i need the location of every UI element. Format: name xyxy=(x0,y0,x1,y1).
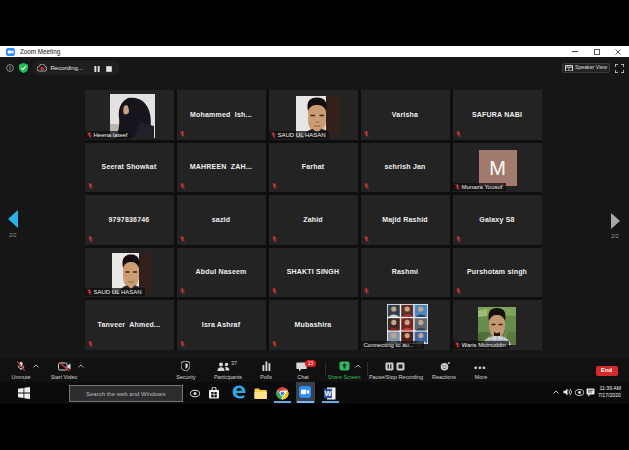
svg-text:W: W xyxy=(324,389,332,398)
